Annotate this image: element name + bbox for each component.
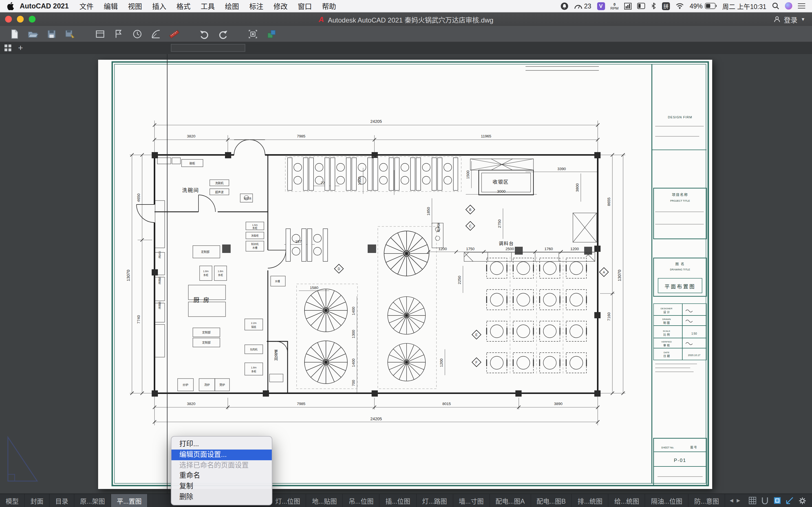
menu-draw[interactable]: 绘图 (225, 1, 239, 11)
menu-insert[interactable]: 插入 (152, 1, 166, 11)
wifi-icon[interactable] (675, 3, 684, 9)
tab-layout[interactable]: 灯...位图 (269, 494, 306, 507)
tab-layout[interactable]: 排...统图 (572, 494, 609, 507)
svg-text:B: B (469, 208, 471, 212)
new-drawing-tab-button[interactable]: + (18, 42, 23, 54)
tab-layout-frame[interactable]: 原...架图 (74, 494, 111, 507)
menu-edit[interactable]: 编辑 (104, 1, 118, 11)
cpu-history-icon[interactable] (624, 3, 631, 9)
tab-layout[interactable]: 墙...寸图 (453, 494, 490, 507)
tab-layout[interactable]: 隔油...位图 (645, 494, 689, 507)
plot-icon[interactable] (112, 27, 124, 40)
tab-layout[interactable]: 防...意图 (689, 494, 725, 507)
measure-icon[interactable] (168, 27, 181, 40)
menu-file[interactable]: 文件 (80, 1, 94, 11)
svg-text:1200: 1200 (439, 358, 444, 367)
drawing-canvas[interactable]: 24205 3820 7985 11965 24205 3820 7985 80… (0, 54, 812, 494)
siri-icon[interactable] (785, 2, 792, 10)
svg-text:2500: 2500 (506, 247, 514, 251)
tab-layout[interactable]: 配电...图B (531, 494, 572, 507)
svg-text:条柜: 条柜 (251, 370, 256, 373)
svg-text:定制部: 定制部 (202, 341, 211, 344)
close-button[interactable] (5, 16, 12, 22)
grid-display-icon[interactable] (749, 497, 756, 504)
apple-icon[interactable] (7, 2, 14, 10)
annotation-scale-icon[interactable] (786, 497, 794, 504)
square-table-grid (487, 257, 587, 375)
svg-text:1580: 1580 (310, 286, 319, 290)
input-method-icon[interactable]: 拼 (662, 2, 670, 10)
menu-item-edit-page-setup[interactable]: 编辑页面设置... (171, 450, 272, 460)
menu-tools[interactable]: 工具 (201, 1, 215, 11)
menu-dimension[interactable]: 标注 (249, 1, 263, 11)
tab-scroll-left-icon[interactable]: ◀ (730, 498, 733, 503)
bluetooth-icon[interactable] (651, 2, 656, 10)
chevron-down-icon: ▼ (801, 17, 805, 22)
svg-text:洗碗机: 洗碗机 (215, 181, 223, 185)
tab-layout[interactable]: 灯...路图 (416, 494, 453, 507)
cpu-gauge-icon[interactable]: 23 (574, 3, 591, 9)
svg-text:2.2m: 2.2m (251, 322, 257, 325)
tab-layout[interactable]: 插...位图 (380, 494, 416, 507)
menu-item-print[interactable]: 打印... (171, 439, 272, 450)
tab-layout[interactable]: 给...统图 (609, 494, 645, 507)
display-panel-icon[interactable] (637, 3, 645, 9)
login-control[interactable]: 登录 ▼ (774, 14, 805, 24)
save-as-icon[interactable] (64, 27, 76, 40)
svg-text:1300: 1300 (351, 330, 356, 338)
menu-help[interactable]: 帮助 (322, 1, 336, 11)
menu-item-copy[interactable]: 复制 (171, 481, 272, 492)
spotlight-icon[interactable] (772, 2, 779, 10)
tab-layout[interactable]: 吊...位图 (343, 494, 380, 507)
svg-text:A: A (603, 270, 605, 274)
menu-item-delete[interactable]: 删除 (171, 492, 272, 503)
workspace-icon[interactable] (265, 27, 277, 40)
menu-window[interactable]: 窗口 (298, 1, 312, 11)
tab-layout[interactable]: 配电...图A (490, 494, 531, 507)
time-icon[interactable] (131, 27, 143, 40)
viewports-icon[interactable] (246, 27, 259, 40)
menu-view[interactable]: 视图 (128, 1, 142, 11)
tab-layout-toc[interactable]: 目录 (50, 494, 74, 507)
tab-layout-floorplan-active[interactable]: 平...置图 (111, 494, 148, 507)
svg-text:700: 700 (351, 380, 356, 386)
zoom-button[interactable] (29, 16, 36, 22)
svg-text:1200: 1200 (439, 247, 447, 251)
redo-icon[interactable] (216, 27, 229, 40)
tab-layout-cover[interactable]: 封面 (25, 494, 50, 507)
notification-icon[interactable] (560, 2, 568, 10)
open-icon[interactable] (27, 27, 39, 40)
gear-icon[interactable] (799, 497, 806, 504)
save-icon[interactable] (45, 27, 57, 40)
units-icon[interactable] (149, 27, 162, 40)
autocad-logo: A (319, 15, 324, 23)
drawing-grid-icon[interactable] (4, 45, 11, 51)
menubar-clock[interactable]: 周二 上午10:31 (722, 1, 766, 10)
sheet-set-icon[interactable] (94, 27, 106, 40)
paper-space-icon[interactable] (774, 497, 781, 504)
menu-format[interactable]: 格式 (176, 1, 191, 11)
svg-text:收银区: 收银区 (493, 179, 509, 185)
menu-item-rename[interactable]: 重命名 (171, 471, 272, 482)
control-center-icon[interactable] (798, 3, 805, 9)
tab-layout[interactable]: 地...贴图 (306, 494, 343, 507)
menu-modify[interactable]: 修改 (273, 1, 288, 11)
svg-text:13070: 13070 (126, 270, 131, 281)
svg-text:E: E (475, 333, 477, 337)
new-file-icon[interactable] (8, 27, 20, 40)
rpm-indicator[interactable]: 0 RPM (610, 2, 619, 10)
menu-item-select-named-page-setup: 选择已命名的页面设置 (171, 460, 272, 471)
rpm-unit: RPM (610, 6, 619, 10)
svg-text:11965: 11965 (481, 134, 492, 138)
snap-mode-icon[interactable] (761, 497, 769, 504)
svg-text:PROJECT TITLE: PROJECT TITLE (670, 200, 690, 202)
tab-model[interactable]: 模型 (0, 494, 25, 507)
tab-scroll-right-icon[interactable]: ▶ (737, 498, 740, 503)
v-app-icon[interactable]: V (597, 2, 605, 10)
handwritten-signatures (686, 310, 693, 345)
minimize-button[interactable] (17, 16, 24, 22)
battery-indicator[interactable]: 49% (690, 3, 717, 9)
status-bar-icons (749, 494, 812, 507)
undo-icon[interactable] (198, 27, 210, 40)
inactive-drawing-tab[interactable] (171, 44, 245, 52)
